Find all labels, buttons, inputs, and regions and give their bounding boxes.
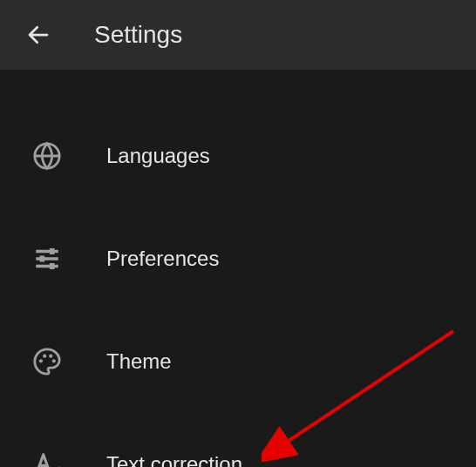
menu-item-text-correction[interactable]: Text correction: [0, 413, 476, 467]
svg-rect-5: [40, 255, 45, 261]
svg-rect-6: [50, 263, 55, 269]
menu-item-theme[interactable]: Theme: [0, 310, 476, 413]
back-button[interactable]: [21, 17, 56, 52]
palette-icon: [30, 344, 65, 379]
svg-point-10: [52, 359, 56, 362]
menu-item-label: Languages: [106, 144, 210, 168]
svg-point-7: [39, 359, 43, 362]
menu-item-languages[interactable]: Languages: [0, 105, 476, 207]
back-arrow-icon: [25, 22, 51, 48]
settings-menu-list: Languages Preferences Theme: [0, 70, 476, 467]
svg-point-9: [49, 355, 52, 358]
svg-point-8: [43, 355, 46, 358]
sliders-icon: [30, 241, 65, 276]
text-check-icon: [30, 447, 65, 467]
menu-item-label: Text correction: [106, 452, 242, 467]
header-bar: Settings: [0, 0, 476, 70]
svg-rect-4: [50, 248, 55, 254]
menu-item-label: Preferences: [106, 247, 219, 271]
globe-icon: [30, 139, 65, 173]
menu-item-label: Theme: [106, 349, 172, 374]
page-title: Settings: [94, 21, 182, 49]
menu-item-preferences[interactable]: Preferences: [0, 207, 476, 310]
